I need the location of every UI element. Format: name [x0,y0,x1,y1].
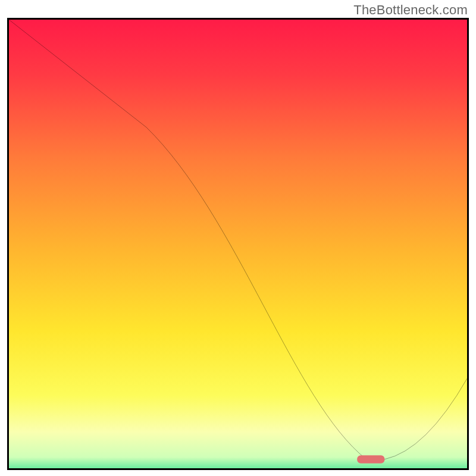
optimal-marker [357,455,384,464]
bottleneck-curve-line [9,20,467,459]
chart-plot [9,20,467,468]
chart-frame [7,18,469,470]
watermark-text: TheBottleneck.com [353,2,468,18]
